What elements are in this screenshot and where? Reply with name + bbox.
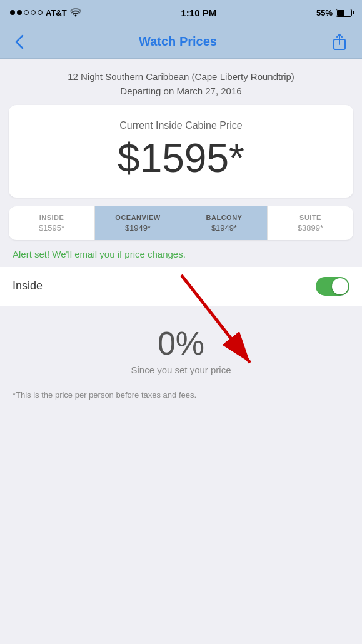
disclaimer-text: *This is the price per person before tax…	[13, 390, 196, 400]
share-button[interactable]	[327, 31, 352, 53]
trip-info: 12 Night Southern Caribbean (Cape Libert…	[0, 59, 362, 105]
tab-suite-price: $3899*	[270, 223, 351, 233]
carrier-label: AT&T	[46, 8, 67, 18]
nav-bar: Watch Prices	[0, 25, 362, 59]
tab-inside-price: $1595*	[11, 223, 92, 233]
battery-percent: 55%	[316, 8, 333, 18]
trip-title: 12 Night Southern Caribbean (Cape Libert…	[13, 70, 349, 84]
trip-date: Departing on March 27, 2016	[13, 86, 349, 96]
tab-suite-label: SUITE	[270, 214, 351, 221]
tab-balcony[interactable]: BALCONY $1949*	[181, 206, 268, 240]
toggle-label: Inside	[13, 279, 43, 293]
status-time: 1:10 PM	[181, 8, 216, 18]
tab-oceanview-price: $1949*	[98, 223, 178, 233]
price-card: Current Inside Cabine Price $1595*	[9, 105, 353, 198]
battery-icon	[336, 9, 352, 17]
signal-dots	[10, 10, 43, 15]
price-value: $1595*	[21, 136, 341, 180]
tab-inside[interactable]: INSIDE $1595*	[9, 206, 95, 240]
stats-section: 0% Since you set your price	[0, 306, 362, 381]
inside-toggle[interactable]	[316, 277, 349, 296]
tab-oceanview-label: OCEANVIEW	[98, 214, 178, 221]
tab-inside-label: INSIDE	[11, 214, 92, 221]
alert-text: Alert set! We'll email you if price chan…	[13, 249, 349, 259]
status-right: 55%	[316, 8, 352, 18]
cabin-type-tabs: INSIDE $1595* OCEANVIEW $1949* BALCONY $…	[9, 206, 353, 240]
back-button[interactable]	[10, 32, 29, 52]
tab-oceanview[interactable]: OCEANVIEW $1949*	[95, 206, 181, 240]
page-title: Watch Prices	[139, 34, 217, 49]
disclaimer: *This is the price per person before tax…	[0, 381, 362, 412]
price-label: Current Inside Cabine Price	[21, 120, 341, 131]
tab-balcony-price: $1949*	[184, 223, 264, 233]
stats-subtitle: Since you set your price	[13, 365, 349, 375]
status-left: AT&T	[10, 8, 81, 18]
tab-suite[interactable]: SUITE $3899*	[268, 206, 353, 240]
status-bar: AT&T 1:10 PM 55%	[0, 0, 362, 25]
tab-balcony-label: BALCONY	[184, 214, 264, 221]
toggle-knob	[332, 278, 348, 294]
toggle-row: Inside	[0, 267, 362, 306]
alert-section: Alert set! We'll email you if price chan…	[0, 240, 362, 262]
stats-percent: 0%	[13, 325, 349, 362]
wifi-icon	[70, 8, 81, 17]
